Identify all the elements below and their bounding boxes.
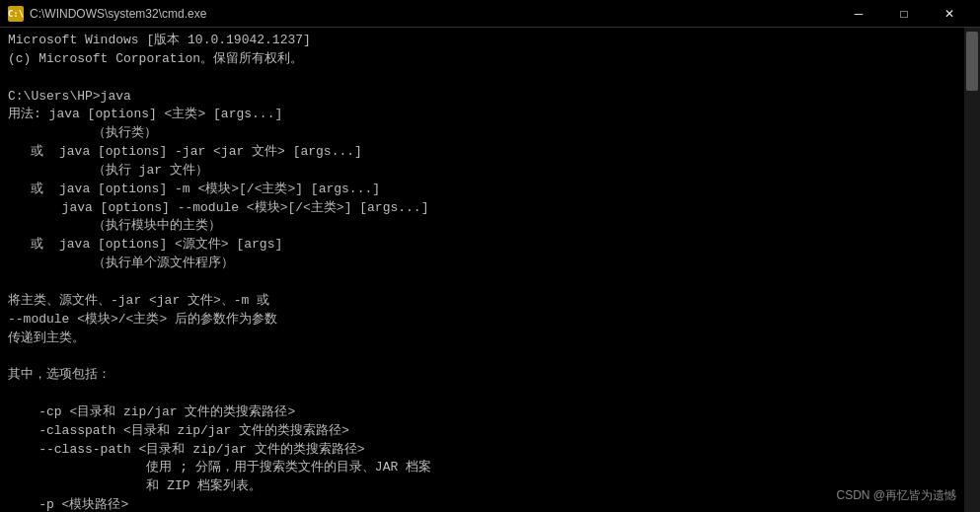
- window-controls: ─ □ ✕: [836, 0, 972, 28]
- scrollbar[interactable]: [964, 28, 980, 512]
- close-button[interactable]: ✕: [927, 0, 972, 28]
- window-title: C:\WINDOWS\system32\cmd.exe: [30, 7, 836, 21]
- minimize-button[interactable]: ─: [836, 0, 881, 28]
- console-output[interactable]: Microsoft Windows [版本 10.0.19042.1237] (…: [0, 28, 980, 512]
- maximize-button[interactable]: □: [881, 0, 927, 28]
- titlebar: C:\ C:\WINDOWS\system32\cmd.exe ─ □ ✕: [0, 0, 980, 28]
- window-icon: C:\: [8, 6, 24, 22]
- cmd-window: C:\ C:\WINDOWS\system32\cmd.exe ─ □ ✕ Mi…: [0, 0, 980, 512]
- console-wrapper: Microsoft Windows [版本 10.0.19042.1237] (…: [0, 28, 980, 512]
- watermark: CSDN @再忆皆为遗憾: [836, 487, 956, 504]
- scrollbar-thumb[interactable]: [966, 32, 978, 91]
